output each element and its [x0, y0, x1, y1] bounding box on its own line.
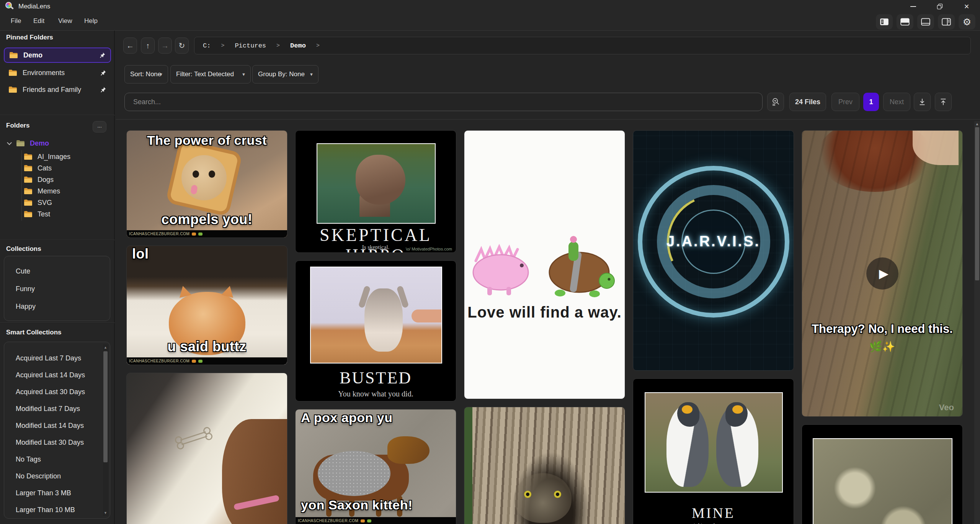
next-page-button[interactable]: Next: [883, 93, 910, 111]
toggle-left-panel-button[interactable]: [876, 14, 893, 29]
image-card-lol-buttz[interactable]: lol u said buttz ICANHASCHEEZBURGER.COM: [126, 246, 287, 365]
folder-icon: [24, 176, 33, 183]
menu-edit[interactable]: Edit: [33, 17, 44, 25]
folders-more-button[interactable]: ...: [93, 121, 106, 133]
image-card-skeptical-hippo[interactable]: SKEPTICAL HIPPO Is skeptical. \o/ Motiva…: [295, 130, 456, 253]
smart-collection-item[interactable]: No Description: [16, 468, 110, 485]
breadcrumb-pictures[interactable]: Pictures: [235, 42, 266, 49]
tree-item-demo-root[interactable]: Demo: [4, 137, 111, 149]
smart-collection-item[interactable]: Acquired Last 30 Days: [16, 383, 110, 400]
video-card-red-panda[interactable]: ▶ Therapy? No, I need this. 🌿✨ Veo: [802, 130, 963, 417]
smart-collection-item[interactable]: Acquired Last 14 Days: [16, 367, 110, 383]
scroll-to-top-button[interactable]: [935, 93, 952, 111]
play-button[interactable]: ▶: [866, 257, 898, 290]
folder-icon: [8, 86, 17, 93]
app-title: MediaLens: [18, 3, 50, 10]
refresh-button[interactable]: ↻: [175, 38, 189, 54]
poster-title: MINE: [633, 504, 794, 521]
watermark-icon: [198, 360, 203, 363]
app-logo-icon: [5, 2, 15, 11]
image-card-jarvis[interactable]: J.A.R.V.I.S.: [633, 130, 794, 371]
maximize-button[interactable]: [926, 0, 953, 13]
up-button[interactable]: ↑: [141, 38, 155, 54]
breadcrumb-drive[interactable]: C:: [203, 42, 211, 49]
image-card-love-will-find-a-way[interactable]: Love will find a way.: [464, 130, 625, 399]
toggle-top-panel-button[interactable]: [897, 14, 913, 29]
group-by-dropdown[interactable]: Group By: None ▼: [252, 65, 318, 84]
scrollbar-thumb[interactable]: [975, 127, 979, 280]
menu-file[interactable]: File: [11, 17, 21, 25]
minimize-icon: [910, 6, 916, 7]
menu-view[interactable]: View: [58, 17, 72, 25]
current-page-button[interactable]: 1: [863, 93, 879, 111]
breadcrumb-demo[interactable]: Demo: [290, 42, 306, 49]
penguin-art: [666, 404, 709, 487]
search-input[interactable]: [124, 93, 763, 111]
tree-item-dogs[interactable]: Dogs: [24, 174, 111, 185]
filter-dropdown[interactable]: Filter: Text Detected ▼: [170, 65, 251, 84]
tree-item-cats[interactable]: Cats: [24, 162, 111, 174]
scroll-down-icon[interactable]: ▼: [103, 511, 108, 515]
main-scrollbar[interactable]: ▲: [974, 121, 980, 524]
image-card-dog-bone[interactable]: [126, 373, 287, 524]
poster-subtitle: is bigger than yours: [633, 522, 794, 524]
tree-item-memes[interactable]: Memes: [24, 185, 111, 197]
collection-happy[interactable]: Happy: [16, 298, 110, 315]
folder-icon: [24, 165, 33, 172]
smart-collection-item[interactable]: Larger Than 3 MB: [16, 485, 110, 501]
tree-child-label: Test: [38, 210, 50, 218]
chainmail-art: [318, 451, 390, 496]
smart-list-scrollbar[interactable]: ▲ ▼: [103, 344, 108, 516]
arrow-down-bar-icon: [918, 98, 926, 106]
scrollbar-thumb[interactable]: [103, 351, 108, 462]
minimize-button[interactable]: [900, 0, 926, 13]
sort-dropdown[interactable]: Sort: None ▼: [124, 65, 168, 84]
penguin-art: [716, 404, 758, 487]
smart-collection-item[interactable]: Acquired Last 7 Days: [16, 350, 110, 367]
watermark: \o/ MotivatedPhotos.com: [406, 247, 452, 251]
tree-item-ai-images[interactable]: AI_Images: [24, 151, 111, 162]
smart-collection-item[interactable]: Modified Last 7 Days: [16, 400, 110, 417]
back-button[interactable]: ←: [123, 38, 137, 54]
toggle-right-panel-button[interactable]: [938, 14, 955, 29]
tree-item-svg[interactable]: SVG: [24, 197, 111, 208]
image-card-owl[interactable]: [464, 407, 625, 524]
image-card-crust-cat[interactable]: The power of crust compels you! ICANHASC…: [126, 130, 287, 238]
collection-cute[interactable]: Cute: [16, 262, 110, 280]
scroll-up-icon[interactable]: ▲: [103, 346, 108, 349]
tree-child-label: Memes: [38, 187, 60, 195]
smart-collection-item[interactable]: No Tags: [16, 451, 110, 468]
menu-help[interactable]: Help: [84, 17, 98, 25]
left-panel-icon: [879, 17, 889, 26]
settings-button[interactable]: ⚙: [959, 14, 975, 29]
divider: [0, 240, 115, 241]
jarvis-label: J.A.R.V.I.S.: [633, 233, 794, 250]
tree-child-label: Dogs: [38, 176, 54, 184]
meme-bottom-text: yon Saxon kitteh!: [296, 498, 456, 512]
close-button[interactable]: ✕: [953, 0, 980, 13]
image-card-lemur[interactable]: [802, 424, 963, 524]
smart-collection-item[interactable]: Modified Last 14 Days: [16, 417, 110, 434]
prev-page-button[interactable]: Prev: [831, 93, 859, 111]
forward-button[interactable]: →: [158, 38, 172, 54]
image-card-penguins-mine[interactable]: MINE is bigger than yours: [633, 378, 794, 524]
toggle-bottom-panel-button[interactable]: [917, 14, 934, 29]
pinned-folder-environments[interactable]: Environments: [4, 65, 111, 80]
folder-icon: [8, 69, 17, 77]
pinned-folder-demo[interactable]: Demo: [4, 47, 111, 63]
search-icon: [771, 97, 780, 106]
smart-collection-item[interactable]: Larger Than 10 MB: [16, 501, 110, 518]
scroll-up-icon[interactable]: ▲: [974, 122, 980, 126]
tree-item-test[interactable]: Test: [24, 208, 111, 220]
pinned-folder-friends-and-family[interactable]: Friends and Family: [4, 82, 111, 97]
video-caption-emoji: 🌿✨: [802, 341, 962, 353]
collections-header: Collections: [6, 245, 41, 253]
image-card-busted[interactable]: BUSTED You know what you did.: [295, 260, 456, 401]
breadcrumb-separator: >: [276, 43, 280, 49]
collection-funny[interactable]: Funny: [16, 280, 110, 298]
text-search-button[interactable]: [767, 93, 784, 111]
image-card-pox-kitteh[interactable]: A pox apon yu yon Saxon kitteh! ICANHASC…: [295, 409, 456, 524]
porcupine-turtle-art: [464, 215, 625, 307]
scroll-to-bottom-button[interactable]: [914, 93, 931, 111]
smart-collection-item[interactable]: Modified Last 30 Days: [16, 434, 110, 451]
